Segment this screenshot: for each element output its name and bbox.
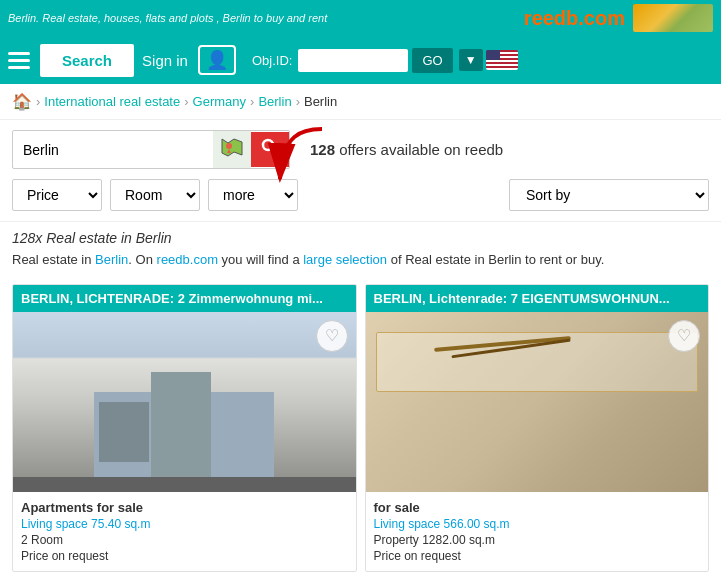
offers-count: 128 bbox=[310, 141, 335, 158]
listing-info-2: for sale Living space 566.00 sq.m Proper… bbox=[366, 492, 709, 571]
listing-1-space: Living space 75.40 sq.m bbox=[21, 517, 348, 531]
offers-text: 128 offers available on reedb bbox=[310, 141, 503, 158]
map-icon bbox=[221, 137, 243, 157]
listing-2-price: Price on request bbox=[374, 549, 701, 563]
breadcrumb-sep-4: › bbox=[296, 94, 300, 109]
banner-logo: reedb.com bbox=[524, 7, 625, 30]
navbar: Search Sign in 👤 Obj.ID: GO ▼ bbox=[0, 36, 721, 84]
listing-title-1: BERLIN, LICHTENRADE: 2 Zimmerwohnung mi.… bbox=[13, 285, 356, 312]
listing-1-price: Price on request bbox=[21, 549, 348, 563]
search-icon bbox=[261, 138, 279, 156]
objid-input[interactable] bbox=[298, 49, 408, 72]
svg-line-4 bbox=[272, 149, 277, 154]
breadcrumb-sep-2: › bbox=[184, 94, 188, 109]
search-input[interactable] bbox=[13, 134, 213, 166]
search-go-button[interactable] bbox=[251, 132, 289, 167]
breadcrumb: 🏠 › International real estate › Germany … bbox=[0, 84, 721, 120]
room-filter[interactable]: Room bbox=[110, 179, 200, 211]
search-map-button[interactable] bbox=[213, 131, 251, 168]
listing-info-1: Apartments for sale Living space 75.40 s… bbox=[13, 492, 356, 571]
price-filter[interactable]: Price bbox=[12, 179, 102, 211]
search-row: 128 offers available on reedb bbox=[12, 130, 709, 169]
hamburger-menu[interactable] bbox=[8, 52, 30, 69]
info-link-selection[interactable]: large selection bbox=[303, 252, 387, 267]
breadcrumb-sep-1: › bbox=[36, 94, 40, 109]
listing-card-1: BERLIN, LICHTENRADE: 2 Zimmerwohnung mi.… bbox=[12, 284, 357, 572]
objid-go-button[interactable]: GO bbox=[412, 48, 452, 73]
language-dropdown[interactable]: ▼ bbox=[459, 49, 483, 71]
breadcrumb-berlin-state[interactable]: Berlin bbox=[258, 94, 291, 109]
listing-2-type: for sale bbox=[374, 500, 701, 515]
info-title: 128x Real estate in Berlin bbox=[12, 230, 709, 246]
listing-2-space: Living space 566.00 sq.m bbox=[374, 517, 701, 531]
more-filter[interactable]: more bbox=[208, 179, 298, 211]
us-flag-icon bbox=[486, 50, 518, 70]
banner-text: Berlin. Real estate, houses, flats and p… bbox=[8, 12, 327, 24]
listing-card-2: BERLIN, Lichtenrade: 7 EIGENTUMSWOHNUN..… bbox=[365, 284, 710, 572]
svg-marker-0 bbox=[222, 139, 242, 156]
listing-1-rooms: 2 Room bbox=[21, 533, 348, 547]
breadcrumb-sep-3: › bbox=[250, 94, 254, 109]
breadcrumb-international[interactable]: International real estate bbox=[44, 94, 180, 109]
svg-point-3 bbox=[263, 140, 273, 150]
listing-1-favorite-button[interactable]: ♡ bbox=[316, 320, 348, 352]
objid-label: Obj.ID: bbox=[252, 53, 292, 68]
filter-row: Price Room more Sort by Price (low to hi… bbox=[12, 179, 709, 211]
breadcrumb-berlin-city: Berlin bbox=[304, 94, 337, 109]
breadcrumb-germany[interactable]: Germany bbox=[193, 94, 246, 109]
home-icon[interactable]: 🏠 bbox=[12, 92, 32, 111]
listing-image-2: ♡ bbox=[366, 312, 709, 492]
nav-search-button[interactable]: Search bbox=[40, 44, 134, 77]
info-section: 128x Real estate in Berlin Real estate i… bbox=[0, 222, 721, 274]
nav-signin-button[interactable]: Sign in bbox=[142, 52, 188, 69]
search-input-wrapper bbox=[12, 130, 290, 169]
info-link-berlin[interactable]: Berlin bbox=[95, 252, 128, 267]
listing-2-property: Property 1282.00 sq.m bbox=[374, 533, 701, 547]
search-area: 128 offers available on reedb Price Room… bbox=[0, 120, 721, 222]
sort-dropdown[interactable]: Sort by Price (low to high) Price (high … bbox=[509, 179, 709, 211]
listing-image-1: ♡ bbox=[13, 312, 356, 492]
info-description: Real estate in Berlin. On reedb.com you … bbox=[12, 250, 709, 270]
banner-map-image bbox=[633, 4, 713, 32]
svg-point-1 bbox=[226, 143, 232, 149]
user-profile-icon[interactable]: 👤 bbox=[198, 45, 236, 75]
listings-container: BERLIN, LICHTENRADE: 2 Zimmerwohnung mi.… bbox=[0, 274, 721, 572]
listing-title-2: BERLIN, Lichtenrade: 7 EIGENTUMSWOHNUN..… bbox=[366, 285, 709, 312]
listing-2-favorite-button[interactable]: ♡ bbox=[668, 320, 700, 352]
flag-area: ▼ bbox=[459, 49, 518, 71]
banner: Berlin. Real estate, houses, flats and p… bbox=[0, 0, 721, 36]
listing-1-type: Apartments for sale bbox=[21, 500, 348, 515]
info-link-reedb[interactable]: reedb.com bbox=[157, 252, 218, 267]
